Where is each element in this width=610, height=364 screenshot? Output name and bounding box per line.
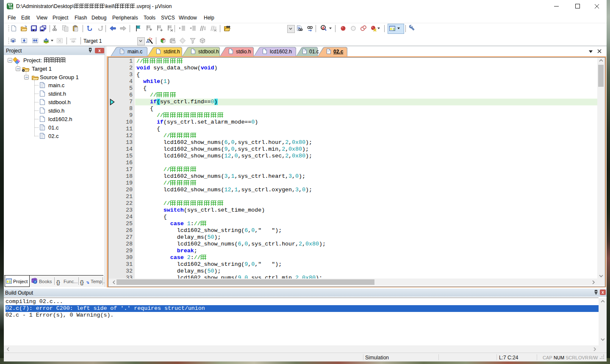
svg-text:5: 5 [11, 6, 12, 9]
svg-text:LOAD: LOAD [70, 38, 76, 40]
svg-text:?: ? [34, 280, 36, 284]
svg-text:d: d [322, 26, 324, 30]
